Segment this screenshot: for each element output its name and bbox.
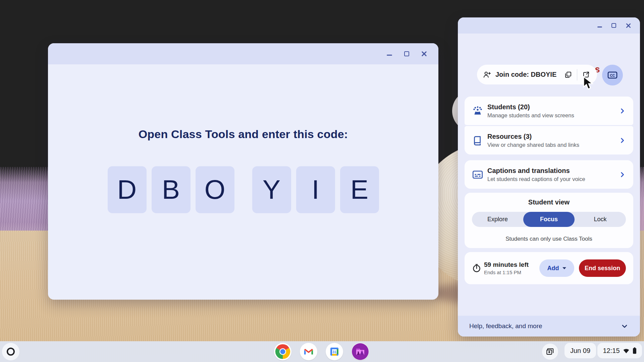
status-tray-button[interactable]: 12:15 xyxy=(597,343,642,358)
class-code-window: Open Class Tools and enter this code: D … xyxy=(48,43,438,300)
close-icon xyxy=(626,23,631,28)
code-letter-tile: O xyxy=(196,166,234,213)
divider xyxy=(577,69,577,80)
closed-captions-icon: CC xyxy=(607,71,618,79)
students-card[interactable]: Students (20) Manage students and view s… xyxy=(465,97,633,125)
wifi-icon xyxy=(623,348,630,354)
shelf-apps: 31 xyxy=(274,343,369,360)
shelf: 31 xyxy=(0,341,644,362)
chevron-right-icon xyxy=(619,171,626,178)
card-subtitle: Manage students and view screens xyxy=(487,112,574,119)
help-feedback-row[interactable]: Help, feedback, and more xyxy=(458,316,640,337)
date-tray-button[interactable]: Jun 09 xyxy=(565,343,596,358)
maximize-icon xyxy=(404,51,409,56)
captions-icon xyxy=(472,170,487,180)
students-icon xyxy=(472,105,487,117)
code-letter-tile: I xyxy=(296,166,335,213)
timer-icon xyxy=(472,263,481,273)
card-title: Students (20) xyxy=(487,103,574,111)
end-session-label: End session xyxy=(585,265,620,272)
class-tools-icon xyxy=(352,343,369,360)
chrome-app-button[interactable] xyxy=(274,343,291,360)
code-letter-tile: Y xyxy=(252,166,291,213)
window-stack-download-icon xyxy=(546,347,554,356)
launcher-icon xyxy=(7,348,15,356)
help-feedback-label: Help, feedback, and more xyxy=(469,322,542,330)
svg-text:31: 31 xyxy=(332,350,336,354)
segment-focus[interactable]: Focus xyxy=(523,212,575,227)
screen-capture-tray-button[interactable] xyxy=(542,344,558,360)
chevron-right-icon xyxy=(619,137,626,144)
chrome-icon xyxy=(275,344,291,360)
session-cards: Students (20) Manage students and view s… xyxy=(465,97,633,284)
panel-titlebar[interactable] xyxy=(458,17,640,34)
copy-icon xyxy=(564,71,572,79)
card-subtitle: Let students read captions of your voice xyxy=(487,176,585,182)
code-letter-tile: D xyxy=(108,166,147,213)
segment-explore[interactable]: Explore xyxy=(472,212,523,227)
chevron-down-icon xyxy=(621,322,629,330)
join-code-pill: Join code: DBOYIE xyxy=(477,65,597,84)
window-titlebar[interactable] xyxy=(48,43,438,64)
calendar-icon: 31 xyxy=(330,347,339,356)
chevron-right-icon xyxy=(619,107,626,115)
card-subtitle: View or change shared tabs and links xyxy=(487,142,579,148)
student-view-segmented-control: Explore Focus Lock xyxy=(472,212,626,227)
add-time-button[interactable]: Add xyxy=(539,259,574,277)
timer-card: 59 minutes left Ends at 1:15 PM Add End … xyxy=(465,252,633,284)
person-add-icon xyxy=(483,70,491,79)
maximize-button[interactable] xyxy=(611,23,616,28)
captions-card[interactable]: Captions and translations Let students r… xyxy=(465,160,633,189)
code-instruction-heading: Open Class Tools and enter this code: xyxy=(48,128,438,141)
close-icon xyxy=(421,51,427,57)
close-button[interactable] xyxy=(421,51,427,57)
minimize-button[interactable] xyxy=(387,52,392,56)
caret-down-icon xyxy=(562,267,567,270)
end-session-button[interactable]: End session xyxy=(579,259,626,277)
maximize-icon xyxy=(611,23,616,28)
date-label: Jun 09 xyxy=(570,347,590,355)
session-panel: Session in progress Join code: DBOYIE xyxy=(458,17,640,337)
add-time-label: Add xyxy=(547,265,559,272)
class-tools-app-button[interactable] xyxy=(352,343,369,360)
captions-toggle-button[interactable]: CC xyxy=(602,65,623,85)
book-icon xyxy=(472,135,487,146)
minimize-button[interactable] xyxy=(597,24,602,27)
gmail-icon xyxy=(304,348,314,356)
join-code-label: Join code: DBOYIE xyxy=(495,71,556,78)
launcher-button[interactable] xyxy=(2,343,19,360)
close-button[interactable] xyxy=(626,23,631,28)
code-letter-tiles: D B O Y I E xyxy=(48,166,438,213)
resources-card[interactable]: Resources (3) View or change shared tabs… xyxy=(465,126,633,155)
time-label: 12:15 xyxy=(603,347,620,355)
screen: Open Class Tools and enter this code: D … xyxy=(0,0,644,362)
open-code-window-button[interactable] xyxy=(581,68,591,81)
minimize-icon xyxy=(387,55,392,56)
maximize-button[interactable] xyxy=(404,51,409,56)
gmail-app-button[interactable] xyxy=(300,343,317,360)
student-view-title: Student view xyxy=(465,198,633,206)
open-in-new-icon xyxy=(582,71,590,79)
code-letter-tile: B xyxy=(152,166,191,213)
time-remaining: 59 minutes left xyxy=(484,261,529,268)
svg-text:CC: CC xyxy=(610,74,615,77)
session-end-time: Ends at 1:15 PM xyxy=(484,269,529,275)
calendar-app-button[interactable]: 31 xyxy=(326,343,343,360)
copy-code-button[interactable] xyxy=(563,68,574,81)
code-letter-tile: E xyxy=(340,166,379,213)
student-view-card: Student view Explore Focus Lock Students… xyxy=(465,193,633,248)
card-title: Captions and translations xyxy=(487,167,585,175)
segment-lock[interactable]: Lock xyxy=(575,212,626,227)
battery-icon xyxy=(633,347,637,354)
student-view-description: Students can only use Class Tools xyxy=(465,236,633,242)
minimize-icon xyxy=(597,26,602,27)
card-title: Resources (3) xyxy=(487,133,579,140)
